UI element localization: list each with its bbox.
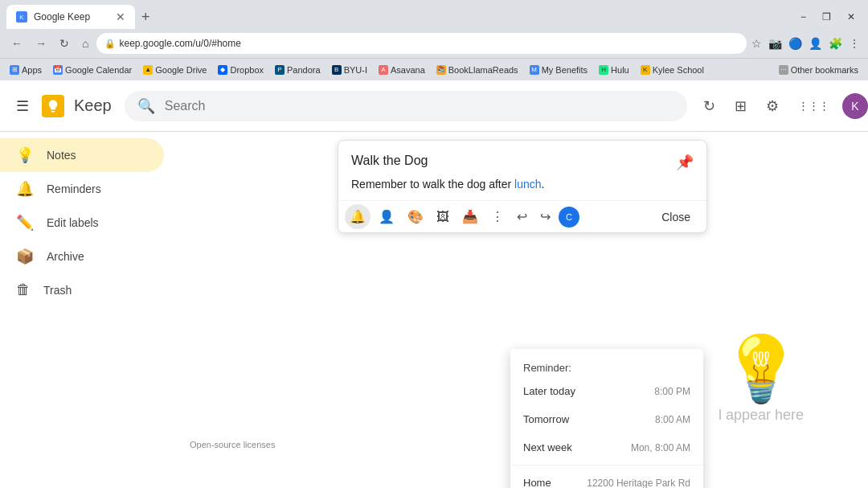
restore-button[interactable]: ❐ xyxy=(816,11,837,23)
minimize-button[interactable]: − xyxy=(794,11,813,23)
bookmark-pandora[interactable]: P Pandora xyxy=(272,64,324,76)
star-icon[interactable]: ☆ xyxy=(750,35,764,51)
reminder-item-next-week[interactable]: Next week Mon, 8:00 AM xyxy=(510,433,703,461)
pin-button[interactable]: 📌 xyxy=(676,154,694,171)
sidebar-item-trash[interactable]: 🗑 Trash xyxy=(0,273,164,306)
note-body: Remember to walk the dog after lunch. xyxy=(338,178,706,200)
app-name: Keep xyxy=(74,96,112,115)
bookmark-pandora-label: Pandora xyxy=(287,65,321,75)
add-image-button[interactable]: 🖼 xyxy=(432,205,454,229)
bookmark-drive[interactable]: ▲ Google Drive xyxy=(140,64,210,76)
reminder-home-label: Home xyxy=(523,477,551,488)
bookmark-booklama[interactable]: 📚 BookLlamaReads xyxy=(433,64,522,76)
byu-favicon: B xyxy=(332,65,342,75)
close-note-button[interactable]: Close xyxy=(652,206,700,228)
extensions-icon[interactable]: 🧩 xyxy=(827,35,844,51)
reminder-home-time: 12200 Heritage Park Rd xyxy=(587,478,690,489)
bookmark-other[interactable]: ⋯ Other bookmarks xyxy=(776,64,862,76)
reminder-next-week-time: Mon, 8:00 AM xyxy=(631,442,690,453)
app-body: 💡 Notes 🔔 Reminders ✏️ Edit labels 📦 Arc… xyxy=(0,132,868,488)
search-box[interactable]: 🔍 xyxy=(125,91,687,121)
app-topbar: ☰ Keep 🔍 ↻ ⊞ ⚙ ⋮⋮⋮ K xyxy=(0,80,868,132)
bookmark-byu-label: BYU-I xyxy=(344,65,367,75)
bookmarks-right: ⋯ Other bookmarks xyxy=(776,64,862,76)
open-source-link[interactable]: Open-source licenses xyxy=(190,440,275,449)
change-color-button[interactable]: 🎨 xyxy=(403,204,428,229)
reminder-item-home[interactable]: Home 12200 Heritage Park Rd xyxy=(510,469,703,488)
back-button[interactable]: ← xyxy=(6,35,27,51)
menu-icon[interactable]: ⋮ xyxy=(847,35,862,51)
bookmark-dropbox[interactable]: ◆ Dropbox xyxy=(215,64,267,76)
calendar-favicon: 📅 xyxy=(53,65,63,75)
sidebar-item-archive[interactable]: 📦 Archive xyxy=(0,240,164,273)
reminder-item-later-today[interactable]: Later today 8:00 PM xyxy=(510,377,703,405)
reminder-tomorrow-time: 8:00 AM xyxy=(655,414,690,425)
note-header: Walk the Dog 📌 xyxy=(338,141,706,178)
refresh-button[interactable]: ↻ xyxy=(697,91,722,121)
pandora-favicon: P xyxy=(275,65,285,75)
bookmark-byu[interactable]: B BYU-I xyxy=(329,64,371,76)
bookmark-booklama-label: BookLlamaReads xyxy=(448,65,518,75)
bookmark-benefits[interactable]: M My Benefits xyxy=(526,64,591,76)
settings-button[interactable]: ⚙ xyxy=(760,91,785,121)
archive-note-button[interactable]: 📥 xyxy=(457,204,483,229)
apps-favicon: ⊞ xyxy=(10,65,19,75)
active-tab[interactable]: K Google Keep ✕ xyxy=(6,5,135,29)
dropbox-favicon: ◆ xyxy=(218,65,227,75)
redo-button[interactable]: ↪ xyxy=(535,204,555,229)
profile-icon[interactable]: 👤 xyxy=(807,35,824,51)
reminder-bell-button[interactable]: 🔔 xyxy=(345,204,371,229)
address-input[interactable] xyxy=(96,33,747,54)
sidebar-label-notes: Notes xyxy=(47,149,76,162)
bookmark-asavana[interactable]: A Asavana xyxy=(375,64,428,76)
reminder-tomorrow-label: Tomorrow xyxy=(523,413,569,425)
sidebar-label-edit-labels: Edit labels xyxy=(47,216,99,229)
sidebar-label-reminders: Reminders xyxy=(47,182,101,195)
booklama-favicon: 📚 xyxy=(436,65,446,75)
more-options-button[interactable]: ⋮ xyxy=(486,204,509,229)
bookmark-kylee[interactable]: K Kylee School xyxy=(637,64,707,76)
grid-view-button[interactable]: ⊞ xyxy=(728,91,753,121)
close-button[interactable]: ✕ xyxy=(841,11,862,23)
screenshot-icon[interactable]: 📷 xyxy=(767,35,784,51)
tab-title: Google Keep xyxy=(34,11,109,23)
bookmark-calendar[interactable]: 📅 Google Calendar xyxy=(50,64,135,76)
lightbulb-icon: 💡 xyxy=(719,331,804,407)
forward-button[interactable]: → xyxy=(31,35,51,51)
reminder-header: Reminder: xyxy=(510,355,703,377)
bookmark-hulu[interactable]: H Hulu xyxy=(596,64,633,76)
user-avatar[interactable]: K xyxy=(842,93,868,119)
reminder-dropdown: Reminder: Later today 8:00 PM Tomorrow 8… xyxy=(510,349,703,488)
new-tab-button[interactable]: + xyxy=(135,9,157,26)
hamburger-menu-button[interactable]: ☰ xyxy=(13,94,32,118)
undo-button[interactable]: ↩ xyxy=(512,204,532,229)
google-apps-button[interactable]: ⋮⋮⋮ xyxy=(792,93,836,118)
collaborator-avatar: C xyxy=(559,207,579,228)
lock-icon: 🔒 xyxy=(104,39,116,49)
note-card: Walk the Dog 📌 Remember to walk the dog … xyxy=(338,140,707,233)
main-content: 💡 l appear here Walk the Dog 📌 Remember … xyxy=(177,132,868,488)
window-controls: − ❐ ✕ xyxy=(794,11,862,23)
extension-icon[interactable]: 🔵 xyxy=(787,35,804,51)
home-button[interactable]: ⌂ xyxy=(77,35,93,51)
notes-icon: 💡 xyxy=(16,146,34,164)
sidebar-item-notes[interactable]: 💡 Notes xyxy=(0,138,164,172)
refresh-button[interactable]: ↻ xyxy=(55,35,74,51)
search-input[interactable] xyxy=(165,99,674,113)
bookmark-apps[interactable]: ⊞ Apps xyxy=(6,64,45,76)
note-toolbar: 🔔 👤 🎨 🖼 📥 ⋮ ↩ ↪ C Close xyxy=(338,200,706,232)
bookmark-dropbox-label: Dropbox xyxy=(230,65,264,75)
keep-logo xyxy=(42,95,64,117)
tab-bar: K Google Keep ✕ + − ❐ ✕ xyxy=(0,0,868,29)
add-collaborator-button[interactable]: 👤 xyxy=(374,204,399,229)
reminder-next-week-label: Next week xyxy=(523,441,572,453)
note-title: Walk the Dog xyxy=(351,154,676,168)
search-icon: 🔍 xyxy=(137,97,155,115)
sidebar-item-edit-labels[interactable]: ✏️ Edit labels xyxy=(0,206,164,240)
reminder-item-tomorrow[interactable]: Tomorrow 8:00 AM xyxy=(510,405,703,433)
tab-close-btn[interactable]: ✕ xyxy=(116,10,125,23)
bookmark-drive-label: Google Drive xyxy=(155,65,207,75)
bookmark-other-label: Other bookmarks xyxy=(791,65,858,75)
sidebar-item-reminders[interactable]: 🔔 Reminders xyxy=(0,172,164,206)
highlight-text: lunch xyxy=(514,178,541,191)
